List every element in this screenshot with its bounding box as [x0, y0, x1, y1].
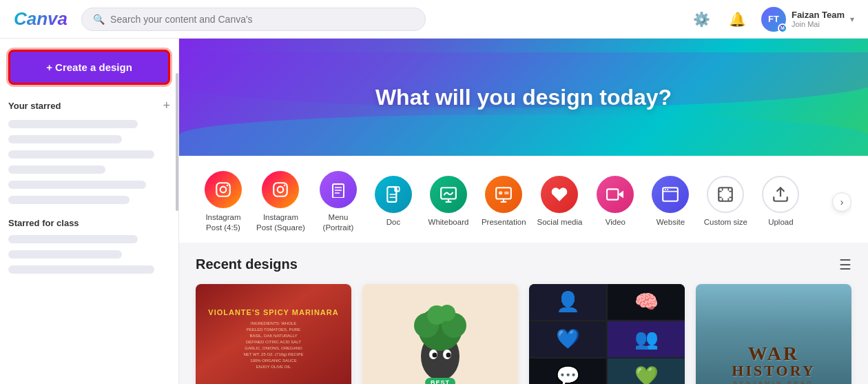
skeleton-line: [8, 235, 138, 243]
skeleton-line: [8, 150, 154, 159]
sidebar: + Create a design Your starred + Starred…: [0, 39, 179, 384]
svg-point-2: [227, 185, 229, 187]
skeleton-line: [8, 181, 146, 189]
upload-label: Upload: [768, 217, 793, 228]
chevron-down-icon: ▾: [850, 14, 854, 24]
starred-class-title: Starred for class: [8, 218, 79, 228]
skeleton-line: [8, 265, 154, 274]
design-card-tree-brain[interactable]: BEST: [362, 284, 518, 384]
menu-label: Menu(Portrait): [323, 212, 354, 233]
canva-logo[interactable]: Canva: [14, 8, 68, 30]
doc-label: Doc: [386, 217, 400, 228]
notifications-icon[interactable]: 🔔: [725, 7, 750, 32]
design-type-presentation[interactable]: Presentation: [476, 172, 532, 232]
design-card-social-grid[interactable]: 👤 🧠 💙 👥 💬 💚: [529, 284, 685, 384]
svg-marker-22: [619, 191, 624, 199]
custom-size-icon: [707, 176, 744, 213]
svg-point-18: [499, 192, 502, 195]
card-marinara-body: INGREDIENTS: WHOLEPEELED TOMATOES, PUREB…: [244, 321, 304, 370]
avatar-badge: M: [778, 23, 787, 33]
skeleton-line: [8, 250, 122, 259]
svg-rect-28: [719, 188, 733, 202]
upload-icon: [762, 176, 799, 213]
search-icon: 🔍: [93, 14, 105, 25]
svg-rect-23: [607, 190, 618, 200]
starred-section-header: Your starred +: [8, 99, 170, 113]
starred-add-button[interactable]: +: [163, 99, 170, 113]
whiteboard-icon: [430, 176, 467, 213]
whiteboard-label: Whiteboard: [428, 217, 469, 228]
skeleton-line: [8, 196, 130, 204]
svg-point-39: [433, 352, 437, 357]
instagram-45-icon: [205, 171, 242, 208]
nav-right: ⚙️ 🔔 FT M Faizan Team Join Mai ▾: [690, 7, 854, 32]
starred-section-title: Your starred: [8, 101, 61, 111]
svg-rect-19: [504, 192, 509, 194]
design-types: InstagramPost (4:5) InstagramPost (Squar…: [196, 167, 851, 237]
design-card-war-history[interactable]: WAR HISTORY BENJAMIN BRAD: [696, 284, 851, 384]
main-layout: + Create a design Your starred + Starred…: [0, 39, 868, 384]
main-content: What will you design today? InstagramPos…: [179, 39, 868, 384]
design-type-instagram-45[interactable]: InstagramPost (4:5): [196, 167, 251, 237]
design-types-section: InstagramPost (4:5) InstagramPost (Squar…: [179, 156, 868, 243]
svg-point-27: [668, 189, 669, 190]
website-label: Website: [657, 217, 685, 228]
custom-size-label: Custom size: [704, 217, 747, 228]
hero-wave: [179, 114, 868, 156]
svg-rect-6: [333, 184, 344, 198]
author-label: BENJAMIN BRAD: [732, 380, 815, 384]
presentation-icon: [485, 176, 522, 213]
design-type-menu[interactable]: Menu(Portrait): [311, 167, 366, 237]
skeleton-line: [8, 120, 138, 128]
design-type-video[interactable]: Video: [588, 172, 643, 232]
user-info: Faizan Team Join Mai: [792, 10, 845, 29]
create-design-button[interactable]: + Create a design: [8, 50, 170, 85]
recent-header: Recent designs ☰: [196, 256, 851, 273]
war-title: WAR: [732, 344, 815, 363]
design-type-custom[interactable]: Custom size: [698, 172, 753, 232]
designs-grid: VIOLANTE'S SPICY MARINARA INGREDIENTS: W…: [196, 284, 851, 384]
recent-title: Recent designs: [196, 256, 298, 272]
card-marinara-title: VIOLANTE'S SPICY MARINARA: [208, 308, 338, 316]
design-type-whiteboard[interactable]: Whiteboard: [421, 172, 476, 232]
design-type-instagram-sq[interactable]: InstagramPost (Square): [251, 167, 311, 237]
design-type-website[interactable]: Website: [643, 172, 698, 232]
svg-point-1: [220, 187, 227, 193]
search-input[interactable]: [110, 14, 414, 25]
settings-icon[interactable]: ⚙️: [690, 7, 714, 32]
instagram-sq-icon: [262, 171, 299, 208]
instagram-sq-label: InstagramPost (Square): [256, 212, 305, 233]
history-title: HISTORY: [732, 363, 815, 378]
social-media-icon: [541, 176, 578, 213]
svg-point-5: [284, 185, 286, 187]
hero-banner: What will you design today?: [179, 39, 868, 156]
svg-point-36: [439, 305, 455, 321]
topnav: Canva 🔍 ⚙️ 🔔 FT M Faizan Team Join Mai ▾: [0, 0, 868, 39]
design-type-doc[interactable]: Doc: [366, 172, 421, 232]
design-type-upload[interactable]: Upload: [753, 172, 808, 232]
video-label: Video: [606, 217, 626, 228]
design-types-next-arrow[interactable]: ›: [832, 192, 851, 212]
search-bar: 🔍: [81, 8, 426, 31]
hero-text: What will you design today?: [375, 85, 672, 110]
best-badge: BEST: [425, 378, 455, 384]
design-card-marinara[interactable]: VIOLANTE'S SPICY MARINARA INGREDIENTS: W…: [196, 284, 351, 384]
design-type-social-media[interactable]: Social media: [532, 172, 588, 232]
user-name: Faizan Team: [792, 10, 845, 21]
skeleton-line: [8, 165, 105, 174]
website-icon: [652, 176, 689, 213]
presentation-label: Presentation: [482, 217, 526, 228]
sidebar-scroll-indicator: [176, 73, 178, 211]
doc-icon: [375, 176, 412, 213]
starred-class-header: Starred for class: [8, 218, 170, 228]
view-toggle-button[interactable]: ☰: [839, 256, 851, 273]
recent-section: Recent designs ☰ VIOLANTE'S SPICY MARINA…: [179, 243, 868, 384]
video-icon: [597, 176, 634, 213]
social-media-label: Social media: [537, 217, 583, 228]
user-profile[interactable]: FT M Faizan Team Join Mai ▾: [761, 7, 854, 32]
avatar: FT M: [761, 7, 786, 32]
svg-point-4: [278, 187, 284, 193]
skeleton-line: [8, 135, 122, 143]
section-gap: Starred for class: [8, 218, 170, 274]
menu-icon: [320, 171, 357, 208]
